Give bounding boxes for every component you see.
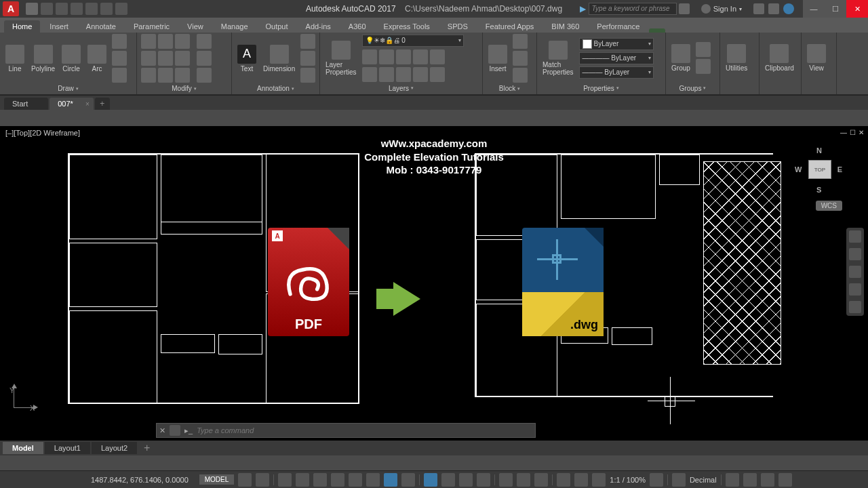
- anno-tool-icon[interactable]: [300, 68, 315, 83]
- search-input[interactable]: Type a keyword or phrase: [589, 3, 677, 15]
- match-properties-button[interactable]: Match Properties: [541, 39, 575, 77]
- steering-wheel-icon[interactable]: [849, 230, 861, 243]
- quickprops-icon[interactable]: [557, 473, 570, 487]
- drawing-area[interactable]: [–][Top][2D Wireframe] — ☐ ✕ wWw.xpacade…: [0, 126, 868, 455]
- clipboard-button[interactable]: Clipboard: [764, 43, 795, 73]
- qat-new-icon[interactable]: [26, 3, 38, 15]
- qat-plot-icon[interactable]: [85, 3, 98, 15]
- draw-tool-icon[interactable]: [112, 34, 127, 49]
- gizmo-icon[interactable]: [534, 473, 548, 487]
- stayconnected-icon[interactable]: [768, 3, 779, 14]
- qat-redo-icon[interactable]: [115, 3, 127, 15]
- help-icon[interactable]: [783, 3, 794, 14]
- modify-tool-icon[interactable]: [197, 51, 212, 66]
- vp-minimize-icon[interactable]: —: [840, 129, 847, 136]
- fillet-icon[interactable]: [175, 51, 190, 66]
- layer-tool-icon[interactable]: [413, 49, 428, 64]
- modify-tool-icon[interactable]: [197, 68, 212, 83]
- units-icon[interactable]: [672, 473, 686, 487]
- create-block-icon[interactable]: [513, 34, 528, 49]
- command-line[interactable]: ✕ ▸_ Type a command: [156, 423, 536, 438]
- mirror-icon[interactable]: [158, 51, 173, 66]
- rotate-icon[interactable]: [158, 34, 173, 49]
- move-icon[interactable]: [141, 34, 156, 49]
- infer-icon[interactable]: [278, 473, 292, 487]
- cmd-recent-icon[interactable]: [170, 425, 180, 436]
- layer-tool-icon[interactable]: [362, 67, 377, 82]
- block-tool-icon[interactable]: [513, 68, 528, 83]
- layer-tool-icon[interactable]: [396, 49, 411, 64]
- table-icon[interactable]: [300, 51, 315, 66]
- snapmode-icon[interactable]: [256, 473, 269, 487]
- coordinates[interactable]: 1487.8442, 676.1406, 0.0000: [91, 476, 189, 484]
- transparency-icon[interactable]: [441, 473, 455, 487]
- model-space-button[interactable]: MODEL: [199, 474, 235, 485]
- start-tab[interactable]: Start: [4, 98, 48, 110]
- view-button[interactable]: View: [806, 43, 827, 73]
- dynamic-input-icon[interactable]: [296, 473, 309, 487]
- model-tab[interactable]: Model: [3, 442, 43, 454]
- zoom-icon[interactable]: [849, 266, 861, 278]
- app-logo[interactable]: A: [3, 1, 19, 16]
- trim-icon[interactable]: [175, 34, 190, 49]
- qat-saveas-icon[interactable]: [71, 3, 83, 15]
- otrack-icon[interactable]: [401, 473, 415, 487]
- text-button[interactable]: AText: [236, 43, 258, 74]
- filtering-icon[interactable]: [517, 473, 530, 487]
- annotation-scale[interactable]: 1:1 / 100%: [610, 476, 646, 484]
- tab-addins[interactable]: Add-ins: [298, 20, 339, 33]
- 3d-icon[interactable]: [477, 473, 490, 487]
- lineweight-icon[interactable]: [424, 473, 437, 487]
- group-tool-icon[interactable]: [696, 59, 711, 74]
- vp-close-icon[interactable]: ✕: [859, 129, 864, 136]
- group-button[interactable]: Group: [670, 43, 692, 73]
- tab-insert[interactable]: Insert: [41, 20, 77, 33]
- sign-in-button[interactable]: Sign In▾: [701, 4, 742, 14]
- utilities-button[interactable]: Utilities: [724, 43, 749, 73]
- tab-bim360[interactable]: BIM 360: [543, 20, 587, 33]
- tab-parametric[interactable]: Parametric: [125, 20, 178, 33]
- layer-tool-icon[interactable]: [430, 49, 445, 64]
- draw-tool-icon[interactable]: [112, 51, 127, 66]
- showmotion-icon[interactable]: [849, 301, 861, 313]
- tab-express[interactable]: Express Tools: [376, 20, 438, 33]
- add-layout-button[interactable]: +: [138, 440, 155, 456]
- exchange-icon[interactable]: [753, 3, 764, 14]
- panel-title[interactable]: Block: [487, 83, 532, 94]
- ortho-icon[interactable]: [313, 473, 327, 487]
- viewport-label[interactable]: [–][Top][2D Wireframe]: [5, 129, 80, 137]
- group-tool-icon[interactable]: [696, 42, 711, 57]
- isolate-icon[interactable]: [743, 473, 757, 487]
- tab-annotate[interactable]: Annotate: [78, 20, 124, 33]
- tab-featured[interactable]: Featured Apps: [477, 20, 542, 33]
- dimension-button[interactable]: Dimension: [262, 43, 296, 74]
- polar-icon[interactable]: [331, 473, 344, 487]
- layer-tool-icon[interactable]: [379, 67, 394, 82]
- circle-button[interactable]: Circle: [60, 43, 82, 74]
- color-combo[interactable]: ByLayer: [579, 38, 654, 50]
- units-display[interactable]: Decimal: [690, 476, 717, 484]
- scale-icon[interactable]: [158, 68, 173, 83]
- lineweight-combo[interactable]: ——— ByLayer: [579, 66, 654, 79]
- isodraft-icon[interactable]: [349, 473, 362, 487]
- 3dosnap-icon[interactable]: [384, 473, 397, 487]
- infocenter-icon[interactable]: [679, 3, 690, 14]
- cleanscreen-icon[interactable]: [761, 473, 774, 487]
- tab-performance[interactable]: Performance: [589, 20, 648, 33]
- annomonitor-icon[interactable]: [574, 473, 588, 487]
- tab-a360[interactable]: A360: [340, 20, 374, 33]
- arc-button[interactable]: Arc: [86, 43, 108, 74]
- panel-title[interactable]: Properties: [541, 82, 661, 94]
- copy-icon[interactable]: [141, 51, 156, 66]
- workspace-icon[interactable]: [650, 473, 663, 487]
- layer-tool-icon[interactable]: [430, 67, 445, 82]
- qat-open-icon[interactable]: [41, 3, 53, 15]
- layer-tool-icon[interactable]: [413, 67, 428, 82]
- layer-combo[interactable]: 💡☀❄🔒🖨 0: [362, 35, 464, 47]
- insert-block-button[interactable]: Insert: [487, 43, 509, 74]
- panel-title[interactable]: Modify: [141, 83, 227, 94]
- tab-home[interactable]: Home: [4, 20, 40, 33]
- selection-cycling-icon[interactable]: [459, 473, 473, 487]
- polyline-button[interactable]: Polyline: [30, 43, 56, 74]
- osnap-icon[interactable]: [366, 473, 380, 487]
